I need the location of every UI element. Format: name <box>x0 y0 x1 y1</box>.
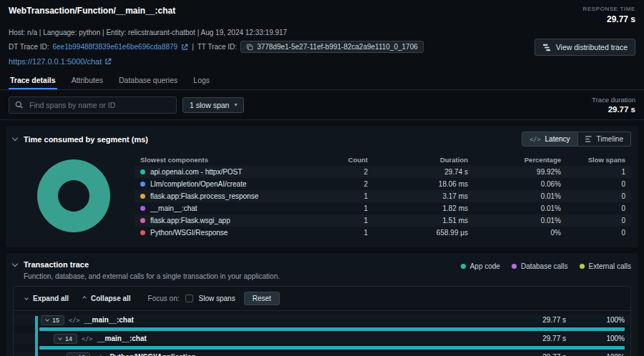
span-child-count: 10 <box>78 354 85 356</box>
segment-slow-spans: 0 <box>561 180 625 188</box>
segment-percentage: 0.06% <box>468 180 561 188</box>
span-label[interactable]: __main__:chat <box>97 335 146 342</box>
view-distributed-trace-label: View distributed trace <box>556 43 628 51</box>
span-label[interactable]: Python/WSGI/Application <box>109 353 196 356</box>
external-link-icon[interactable] <box>181 44 188 51</box>
chevron-down-icon <box>45 317 49 322</box>
span-expand-badge[interactable]: 15 <box>41 315 64 325</box>
search-icon <box>15 101 23 109</box>
latency-toggle-button[interactable]: </> Latency <box>522 132 577 147</box>
span-duration: 29.77 s <box>513 316 566 324</box>
time-consumed-body: Slowest components Count Duration Percen… <box>6 152 638 247</box>
collapse-all-button[interactable]: Collapse all <box>79 293 135 304</box>
tab-logs[interactable]: Logs <box>192 70 211 89</box>
code-icon: </> <box>82 335 92 342</box>
tt-trace-label: TT Trace ID: <box>197 43 237 51</box>
slow-spans-label: Slow spans <box>199 295 235 302</box>
span-bar[interactable] <box>39 346 625 350</box>
trace-rows: 15 </> __main__:chat 29.77 s 100% 14 </>… <box>14 311 630 356</box>
trace-legend: App code Database calls External calls <box>461 262 631 270</box>
table-row[interactable]: Llm/completion/OpenAI/create 2 18.06 ms … <box>135 178 631 190</box>
table-row[interactable]: __main__:chat 1 1.82 ms 0.01% 0 <box>135 202 631 214</box>
latency-toggle-label: Latency <box>545 135 570 143</box>
segment-duration: 658.99 μs <box>368 229 468 237</box>
focus-on-label: Focus on: <box>148 295 180 302</box>
segment-count: 1 <box>318 217 368 224</box>
search-input[interactable] <box>28 100 170 110</box>
segment-slow-spans: 0 <box>561 204 625 212</box>
span-bar[interactable] <box>39 327 625 331</box>
collapse-chevron-icon[interactable] <box>12 135 18 141</box>
slow-spans-checkbox[interactable] <box>185 295 193 302</box>
segment-percentage: 0% <box>468 229 561 237</box>
segment-percentage: 99.92% <box>468 168 561 176</box>
segment-duration: 3.17 ms <box>368 192 468 200</box>
segment-slow-spans: 1 <box>561 168 625 176</box>
segment-percentage: 0.01% <box>468 217 561 224</box>
span-expand-badge[interactable]: 10 <box>67 352 90 356</box>
donut-wrapper <box>13 152 135 239</box>
timeline-toggle-label: Timeline <box>597 135 623 143</box>
segment-slow-spans: 0 <box>561 217 625 224</box>
view-distributed-trace-button[interactable]: View distributed trace <box>535 39 635 56</box>
segment-count: 1 <box>318 192 368 200</box>
segment-percentage: 0.01% <box>468 204 561 212</box>
legend-label: App code <box>470 262 500 270</box>
tab-attributes[interactable]: Attributes <box>70 70 104 89</box>
expand-all-button[interactable]: Expand all <box>21 293 73 304</box>
external-link-icon[interactable] <box>104 58 112 65</box>
code-icon: </> <box>69 317 79 324</box>
column-header-slow-spans: Slow spans <box>561 156 625 164</box>
legend-dot <box>512 264 517 269</box>
trace-id-separator: | <box>192 43 194 51</box>
span-duration: 29.77 s <box>513 353 566 356</box>
span-child-count: 14 <box>65 335 72 342</box>
column-header-percentage: Percentage <box>468 156 561 164</box>
segment-name: Python/WSGI/Response <box>150 229 228 237</box>
slow-span-filter-label: 1 slow span <box>190 101 229 109</box>
legend-database-calls: Database calls <box>512 262 568 270</box>
response-time-label: RESPONSE TIME <box>583 6 635 12</box>
time-consumed-section: Time consumed by segment (ms) </> Latenc… <box>6 126 638 247</box>
collapse-chevron-icon[interactable] <box>12 260 18 266</box>
table-row[interactable]: Python/WSGI/Response 1 658.99 μs 0% 0 <box>135 227 631 239</box>
segment-count: 2 <box>318 180 368 188</box>
transaction-trace-title: Transaction trace <box>24 260 89 269</box>
reset-button[interactable]: Reset <box>244 292 280 305</box>
table-row[interactable]: flask.app:Flask.wsgi_app 1 1.51 ms 0.01%… <box>135 214 631 227</box>
slow-span-filter-dropdown[interactable]: 1 slow span ▾ <box>182 97 244 113</box>
latency-timeline-toggle: </> Latency Timeline <box>522 132 631 147</box>
segment-name: api.openai.com - httpx/POST <box>150 168 242 176</box>
trace-duration: Trace duration 29.77 s <box>592 96 635 114</box>
segment-color-dot <box>140 230 145 235</box>
trace-duration-label: Trace duration <box>592 96 635 104</box>
collapse-all-label: Collapse all <box>91 295 131 302</box>
table-row[interactable]: api.openai.com - httpx/POST 2 29.74 s 99… <box>135 166 631 178</box>
timeline-toggle-button[interactable]: Timeline <box>578 132 631 147</box>
dt-trace-id[interactable]: 6ee1b99488f3839e61e6be696cda8879 <box>53 43 178 51</box>
segment-color-dot <box>140 194 145 199</box>
span-expand-badge[interactable]: 14 <box>54 334 77 344</box>
segment-name: Llm/completion/OpenAI/create <box>150 180 247 188</box>
span-label[interactable]: __main__:chat <box>84 316 133 324</box>
transaction-url[interactable]: https://127.0.0.1:5000/chat <box>9 57 102 66</box>
trace-toolbar: Expand all Collapse all Focus on: Slow s… <box>14 287 630 311</box>
entity-meta: Host: n/a | Language: python | Entity: r… <box>9 29 635 36</box>
search-input-wrapper <box>9 97 177 114</box>
segment-duration: 1.51 ms <box>368 217 468 224</box>
tab-database-queries[interactable]: Database queries <box>117 70 179 89</box>
copy-icon <box>246 44 253 51</box>
tt-trace-id-pill[interactable]: 3778d9e1-5e27-11ef-b991-82ca2a9e1110_0_1… <box>240 41 424 53</box>
segment-name: flask.app:Flask.wsgi_app <box>150 217 230 224</box>
response-time: RESPONSE TIME 29.77 s <box>583 6 635 24</box>
time-consumed-title: Time consumed by segment (ms) <box>24 135 148 144</box>
segment-count: 2 <box>318 168 368 176</box>
segment-slow-spans: 0 <box>561 229 625 237</box>
chevron-up-icon <box>82 296 87 300</box>
table-row[interactable]: flask.app:Flask.process_response 1 3.17 … <box>135 190 631 202</box>
tab-trace-details[interactable]: Trace details <box>9 70 57 89</box>
span-percent: 100% <box>570 316 625 324</box>
segment-donut-chart[interactable] <box>37 159 110 232</box>
chevron-down-icon <box>24 296 29 300</box>
segment-slow-spans: 0 <box>561 192 625 200</box>
